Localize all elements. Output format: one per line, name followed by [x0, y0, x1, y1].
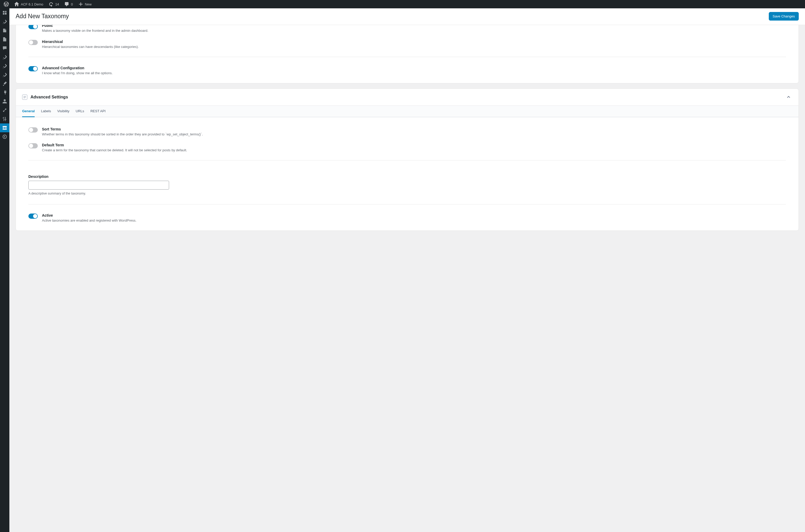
- hierarchical-field-row: Hierarchical Hierarchical taxonomies can…: [29, 38, 786, 54]
- home-icon: [14, 2, 19, 7]
- save-changes-button[interactable]: Save Changes: [769, 12, 799, 21]
- new-content-menu[interactable]: New: [76, 0, 94, 8]
- comments-count: 0: [71, 2, 73, 6]
- sidebar-acf[interactable]: [0, 124, 10, 132]
- advanced-config-field-row: Advanced Configuration I know what I'm d…: [29, 64, 786, 77]
- public-label: Public: [42, 25, 148, 27]
- updates-count: 14: [55, 2, 59, 6]
- default-term-help: Create a term for the taxonomy that cann…: [42, 148, 187, 153]
- advanced-settings-collapse-button[interactable]: [785, 94, 792, 101]
- comments-menu[interactable]: 0: [62, 0, 75, 8]
- sidebar-collapse[interactable]: [0, 132, 10, 141]
- advanced-config-label: Advanced Configuration: [42, 66, 113, 70]
- sidebar-settings[interactable]: [0, 115, 10, 124]
- sidebar-cpt-2[interactable]: [0, 61, 10, 70]
- advanced-settings-header: Advanced Settings: [16, 89, 799, 106]
- page-wrap: Add New Taxonomy Save Changes Public Mak…: [10, 8, 805, 532]
- default-term-toggle[interactable]: [29, 143, 38, 148]
- active-help: Active taxonomies are enabled and regist…: [42, 218, 136, 223]
- sidebar-dashboard[interactable]: [0, 8, 10, 17]
- sidebar-appearance[interactable]: [0, 79, 10, 88]
- sidebar-media[interactable]: [0, 26, 10, 35]
- tab-labels[interactable]: Labels: [41, 106, 51, 117]
- wordpress-logo-icon: [4, 2, 9, 7]
- chevron-up-icon: [786, 95, 791, 99]
- svg-rect-2: [5, 128, 7, 128]
- sidebar-users[interactable]: [0, 97, 10, 106]
- page-header: Add New Taxonomy Save Changes: [10, 8, 805, 25]
- advanced-settings-card: Advanced Settings General Labels Visibil…: [16, 89, 799, 231]
- tab-rest-api[interactable]: REST API: [90, 106, 106, 117]
- advanced-settings-icon: [22, 95, 27, 100]
- sidebar-pages[interactable]: [0, 35, 10, 44]
- page-title: Add New Taxonomy: [16, 13, 69, 20]
- tab-urls[interactable]: URLs: [76, 106, 84, 117]
- svg-rect-0: [3, 126, 7, 127]
- advanced-config-toggle[interactable]: [29, 66, 38, 71]
- comment-icon: [64, 2, 69, 7]
- default-term-label: Default Term: [42, 143, 187, 147]
- tab-general[interactable]: General: [22, 106, 35, 117]
- plus-icon: [78, 2, 83, 7]
- wp-admin-sidebar: [0, 8, 10, 532]
- sidebar-comments[interactable]: [0, 44, 10, 53]
- svg-point-4: [3, 135, 6, 138]
- active-label: Active: [42, 213, 136, 217]
- hierarchical-label: Hierarchical: [42, 40, 138, 44]
- description-help: A descriptive summary of the taxonomy.: [29, 192, 786, 195]
- active-toggle[interactable]: [29, 213, 38, 219]
- public-toggle[interactable]: [29, 25, 38, 29]
- page-content: Public Makes a taxonomy visible on the f…: [10, 25, 805, 237]
- sidebar-posts[interactable]: [0, 17, 10, 26]
- wp-logo-menu[interactable]: [2, 0, 11, 8]
- basic-settings-card: Public Makes a taxonomy visible on the f…: [16, 25, 799, 83]
- tab-visibility[interactable]: Visibility: [57, 106, 70, 117]
- description-label: Description: [29, 174, 786, 179]
- description-input[interactable]: [29, 181, 169, 190]
- hierarchical-help: Hierarchical taxonomies can have descend…: [42, 44, 138, 50]
- advanced-config-help: I know what I'm doing, show me all the o…: [42, 71, 113, 76]
- updates-icon: [49, 2, 54, 7]
- active-field-row: Active Active taxonomies are enabled and…: [29, 212, 786, 224]
- sidebar-cpt-3[interactable]: [0, 70, 10, 79]
- sort-terms-help: Whether terms in this taxonomy should be…: [42, 132, 203, 137]
- public-field-row: Public Makes a taxonomy visible on the f…: [29, 25, 786, 38]
- divider: [29, 160, 786, 160]
- advanced-settings-title: Advanced Settings: [31, 95, 68, 99]
- default-term-field-row: Default Term Create a term for the taxon…: [29, 141, 786, 157]
- advanced-general-panel: Sort Terms Whether terms in this taxonom…: [16, 117, 799, 231]
- advanced-settings-tabs: General Labels Visibility URLs REST API: [16, 106, 799, 117]
- sort-terms-label: Sort Terms: [42, 127, 203, 131]
- sidebar-plugins[interactable]: [0, 88, 10, 97]
- new-label: New: [85, 2, 92, 6]
- public-help: Makes a taxonomy visible on the frontend…: [42, 28, 148, 33]
- hierarchical-toggle[interactable]: [29, 40, 38, 45]
- description-field-row: Description A descriptive summary of the…: [29, 168, 786, 197]
- divider: [29, 57, 786, 57]
- updates-menu[interactable]: 14: [46, 0, 61, 8]
- svg-rect-3: [3, 129, 7, 130]
- site-name-menu[interactable]: ACF 6.1 Demo: [12, 0, 45, 8]
- site-name: ACF 6.1 Demo: [21, 2, 43, 6]
- svg-rect-1: [3, 128, 4, 128]
- sort-terms-toggle[interactable]: [29, 127, 38, 133]
- sidebar-tools[interactable]: [0, 106, 10, 115]
- sort-terms-field-row: Sort Terms Whether terms in this taxonom…: [29, 124, 786, 142]
- sidebar-cpt-1[interactable]: [0, 53, 10, 61]
- wp-admin-bar: ACF 6.1 Demo 14 0 New: [0, 0, 805, 8]
